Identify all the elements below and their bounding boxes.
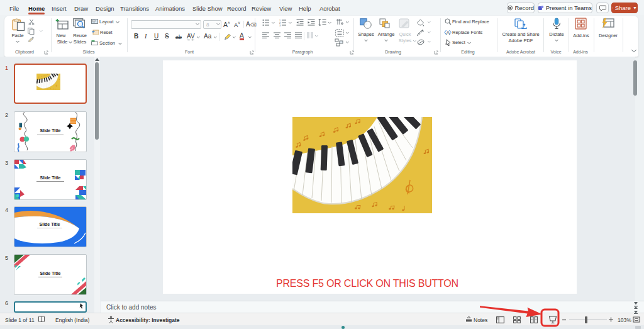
svg-text:A: A	[447, 30, 450, 36]
svg-text:3: 3	[279, 24, 281, 27]
svg-text:Slide Title: Slide Title	[40, 271, 61, 276]
svg-text:Slide Title: Slide Title	[40, 176, 61, 180]
svg-text:Slide Title: Slide Title	[40, 222, 60, 226]
svg-text:Slide Title: Slide Title	[40, 128, 61, 133]
